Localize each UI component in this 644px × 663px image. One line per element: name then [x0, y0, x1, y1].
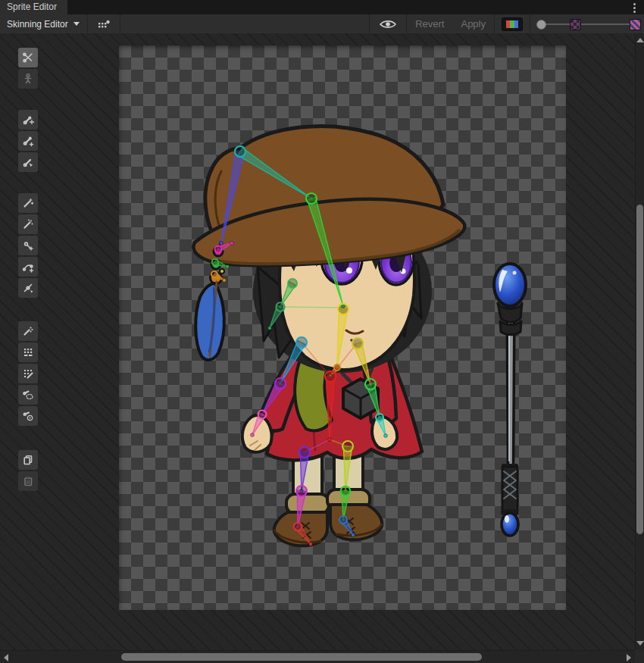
tab-sprite-editor[interactable]: Sprite Editor [0, 0, 67, 14]
divider [530, 14, 530, 33]
tool-weight-slider[interactable] [18, 342, 38, 362]
vertical-scrollbar[interactable] [635, 33, 644, 650]
scroll-down-arrow-icon[interactable] [636, 641, 644, 646]
copy-icon [22, 454, 34, 466]
weight-brush-icon [22, 367, 34, 380]
horizontal-scrollbar[interactable] [0, 650, 635, 663]
sprite-influence-icon [22, 410, 34, 422]
tool-split-edge[interactable] [18, 278, 38, 298]
tool-create-bone[interactable] [18, 131, 38, 151]
tool-sprite-influence[interactable] [18, 406, 38, 426]
edit-geometry-icon [22, 218, 34, 230]
tool-split-bone[interactable] [18, 152, 38, 172]
divider [120, 14, 120, 33]
create-bone-icon [22, 135, 34, 147]
edit-joints-icon [22, 114, 34, 126]
kebab-menu-icon[interactable] [630, 2, 638, 13]
create-edge-icon [22, 261, 34, 273]
editor-mode-dropdown[interactable]: Skinning Editor [0, 14, 87, 33]
divider [494, 14, 495, 33]
slider-track[interactable] [539, 23, 639, 25]
overlay-color-swatch[interactable] [502, 17, 523, 31]
horizontal-scrollbar-thumb[interactable] [121, 653, 482, 661]
texture-swatch-icon[interactable] [570, 19, 581, 30]
skinning-workspace [0, 33, 635, 650]
tab-bar: Sprite Editor [0, 0, 644, 14]
sprite-canvas[interactable] [119, 45, 566, 610]
tool-create-edge[interactable] [18, 257, 38, 277]
stripes-swatch-icon[interactable] [630, 19, 641, 30]
revert-button[interactable]: Revert [407, 18, 452, 30]
tool-auto-geometry[interactable] [18, 193, 38, 213]
scroll-right-arrow-icon[interactable] [627, 654, 631, 661]
tool-preview-pose[interactable] [18, 48, 38, 67]
sprite-visibility-button[interactable] [88, 14, 120, 33]
preview-pose-icon [22, 52, 34, 64]
scroll-left-arrow-icon[interactable] [4, 654, 8, 661]
eye-icon [379, 19, 397, 30]
split-bone-icon [22, 156, 34, 168]
tool-auto-weights[interactable] [18, 321, 38, 341]
toolgroup-clipboard [18, 450, 38, 491]
toolgroup-bones [18, 110, 38, 172]
dots-grid-icon [97, 19, 111, 30]
tool-restore-pose[interactable] [18, 69, 38, 89]
bone-link [281, 307, 343, 308]
tool-weight-brush[interactable] [18, 364, 38, 383]
scrollbar-corner [635, 650, 644, 663]
restore-pose-icon [22, 73, 34, 85]
weight-slider-icon [22, 346, 34, 358]
visibility-toggle-button[interactable] [370, 14, 406, 33]
paste-icon [22, 475, 34, 487]
staff-sprite[interactable] [494, 264, 526, 536]
toolgroup-weights [18, 321, 38, 426]
bone-influence-icon [22, 389, 34, 401]
editor-mode-label: Skinning Editor [7, 19, 68, 30]
scroll-up-arrow-icon[interactable] [636, 38, 644, 42]
toolgroup-geometry [18, 193, 38, 298]
tool-bone-influence[interactable] [18, 385, 38, 405]
rgb-stripes-icon [506, 20, 518, 28]
auto-geometry-icon [22, 197, 34, 209]
apply-button[interactable]: Apply [452, 18, 494, 30]
auto-weights-icon [22, 325, 34, 337]
split-edge-icon [22, 282, 34, 294]
chevron-down-icon [73, 22, 80, 26]
slider-handle[interactable] [536, 20, 546, 30]
tool-create-vertex[interactable] [18, 236, 38, 255]
vertical-scrollbar-thumb[interactable] [636, 205, 643, 534]
toolgroup-pose [18, 48, 38, 89]
tool-paste[interactable] [18, 471, 38, 491]
toolbar: Skinning Editor Revert Apply [0, 14, 644, 34]
tool-edit-geometry[interactable] [18, 214, 38, 234]
overlay-opacity-slider[interactable] [536, 14, 641, 33]
tool-edit-joints[interactable] [18, 110, 38, 130]
create-vertex-icon [22, 239, 34, 252]
tool-copy[interactable] [18, 450, 38, 470]
